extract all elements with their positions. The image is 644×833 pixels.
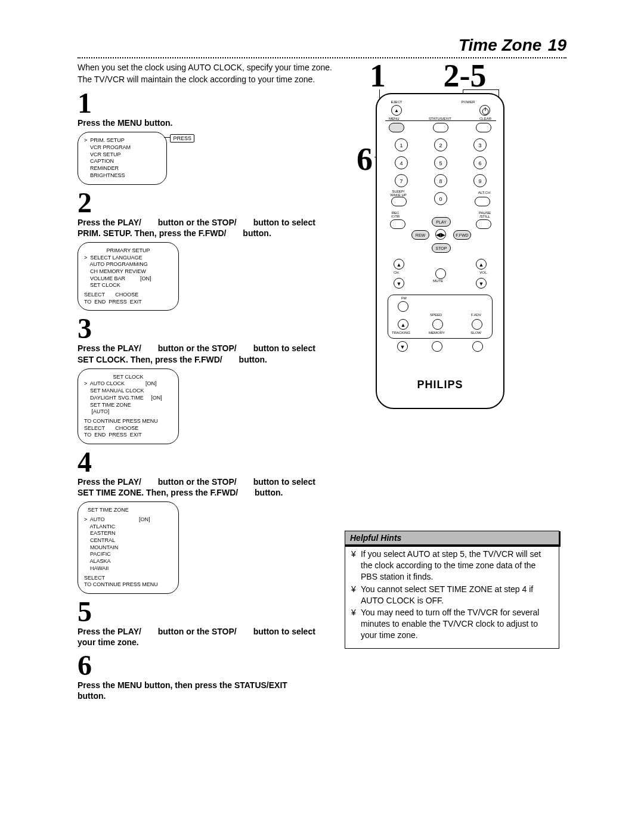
helpful-hints-title: Helpful Hints (345, 531, 559, 545)
hint-item: ¥ You may need to turn off the TV/VCR fo… (351, 607, 553, 641)
screen-header: SET CLOCK (84, 374, 172, 381)
stop-button: STOP (432, 243, 451, 253)
menu-item: CAPTION (84, 158, 160, 165)
altch-label: ALT.CH (478, 191, 490, 194)
step-4-text: Press the PLAY/ button or the STOP/ butt… (78, 476, 340, 498)
power-button (479, 105, 490, 116)
screen-set-clock: SET CLOCK > AUTO CLOCK [ON] SET MANUAL C… (78, 368, 179, 444)
menu-item: VCR SETUP (84, 151, 160, 159)
pause-label: PAUSE /STILL (476, 211, 494, 218)
rec-label: REC /OTR (388, 211, 403, 218)
speed-label: SPEED (430, 313, 442, 317)
menu-item: ATLANTIC (84, 524, 172, 531)
memory-button (432, 341, 442, 352)
pause-button (476, 219, 491, 229)
num-7-button: 7 (395, 174, 408, 187)
callout-line (463, 89, 499, 90)
num-0-button: 0 (434, 192, 447, 205)
fm-label: FM (401, 296, 407, 300)
screen-footer: TO END PRESS EXIT (84, 432, 172, 439)
mute-label: MUTE (433, 279, 443, 283)
play-button: PLAY (432, 217, 451, 227)
menu-item: VCR PROGRAM (84, 144, 160, 151)
ffwd-button: F.FWD (453, 230, 471, 240)
menu-item: > SELECT LANGUAGE (84, 255, 172, 262)
screen-footer: TO CONTINUE PRESS MENU (84, 418, 172, 425)
remote-diagram: EJECT ▲ POWER MENU STATUS/EXIT CLEAR 1 2… (376, 93, 504, 409)
menu-label: MENU (389, 117, 400, 120)
screen-footer: SELECT CHOOSE (84, 292, 172, 299)
vol-up-icon: ▲ (476, 259, 487, 270)
num-2-button: 2 (434, 138, 447, 151)
rew-button: REW (411, 230, 429, 240)
memory-label: MEMORY (429, 331, 445, 335)
page-number: 19 (548, 36, 566, 54)
step-6-number: 6 (78, 651, 566, 680)
vol-down-icon: ▼ (476, 278, 487, 289)
tracking-up-icon: ▲ (398, 319, 408, 330)
callout-numbers: 1 2-5 (370, 57, 486, 94)
hint-item: ¥ You cannot select SET TIME ZONE at ste… (351, 584, 553, 606)
menu-item: DAYLIGHT SVG.TIME [ON] (84, 395, 172, 402)
eject-button: ▲ (391, 105, 402, 116)
fadv-button (472, 319, 482, 330)
menu-item: SET CLOCK (84, 282, 172, 289)
num-3-button: 3 (473, 138, 487, 151)
fm-box: FM SPEED F.ADV ▲ TRACKING MEMORY SLOW (388, 295, 493, 339)
callout-1: 1 (370, 57, 435, 94)
menu-item: EASTERN (84, 530, 172, 537)
screen-footer: SELECT (84, 575, 172, 582)
hint-item: ¥ If you select AUTO at step 5, the TV/V… (351, 549, 553, 583)
intro-line-2: The TV/VCR will maintain the clock accor… (78, 74, 352, 86)
callout-6: 6 (357, 141, 373, 178)
tracking-label: TRACKING (392, 331, 410, 335)
clear-button (476, 123, 491, 132)
step-4-number: 4 (78, 448, 566, 476)
menu-button (389, 123, 404, 132)
screen-footer: SELECT CHOOSE (84, 425, 172, 432)
helpful-hints-box: Helpful Hints ¥ If you select AUTO at st… (345, 531, 559, 649)
menu-item: CENTRAL (84, 537, 172, 544)
menu-item: PACIFIC (84, 551, 172, 558)
menu-item: [AUTO] (84, 408, 172, 416)
screen-primary-setup: PRIMARY SETUP > SELECT LANGUAGE AUTO PRO… (78, 242, 179, 311)
num-5-button: 5 (434, 156, 447, 169)
menu-item: ALASKA (84, 558, 172, 565)
menu-item: CH MEMORY REVIEW (84, 268, 172, 275)
menu-item: SET TIME ZONE (84, 402, 172, 409)
rec-button (390, 219, 405, 229)
menu-item: HAWAII (84, 565, 172, 572)
clear-label: CLEAR (479, 117, 491, 120)
tracking-down-icon: ▼ (397, 341, 408, 352)
page-title: Time Zone (459, 36, 542, 54)
ch-down-icon: ▼ (394, 278, 404, 289)
fadv-label: F.ADV (471, 313, 481, 317)
ch-up-icon: ▲ (394, 259, 404, 270)
power-label: POWER (459, 100, 477, 104)
num-8-button: 8 (434, 174, 447, 187)
screen-header: SET TIME ZONE (84, 507, 172, 514)
press-label: PRESS (170, 134, 194, 143)
mute-button (435, 268, 446, 279)
num-1-button: 1 (395, 138, 408, 151)
fm-button (398, 301, 408, 312)
menu-item: AUTO PROGRAMMING (84, 261, 172, 268)
slow-label: SLOW (470, 331, 481, 335)
step-3-text: Press the PLAY/ button or the STOP/ butt… (78, 343, 340, 364)
altch-button (475, 197, 490, 206)
num-9-button: 9 (473, 174, 487, 187)
brand-logo: PHILIPS (377, 379, 503, 391)
slow-button (472, 341, 483, 352)
divider-dots (78, 57, 566, 58)
menu-item: > PRIM. SETUP (84, 137, 160, 144)
divider (385, 120, 496, 121)
sleep-button (391, 197, 407, 206)
screen-main-menu: > PRIM. SETUP VCR PROGRAM VCR SETUP CAPT… (78, 132, 167, 184)
menu-item: REMINDER (84, 165, 160, 172)
step-2-text: Press the PLAY/ button or the STOP/ butt… (78, 217, 340, 239)
status-exit-label: STATUS/EXIT (422, 117, 458, 120)
enter-icon: ◀▶ (435, 229, 446, 240)
menu-item: SET MANUAL CLOCK (84, 388, 172, 395)
vol-label: VOL. (479, 271, 488, 274)
intro-line-1: When you set the clock using AUTO CLOCK,… (78, 62, 352, 74)
